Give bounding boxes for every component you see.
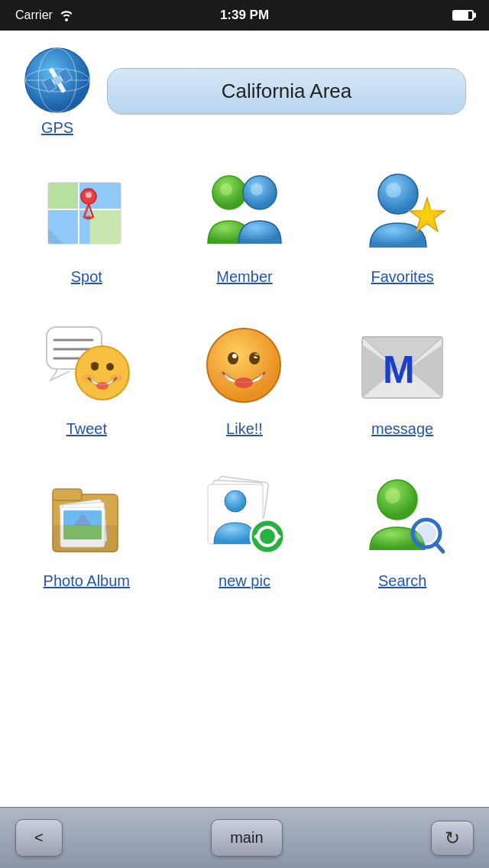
main-content: GPS California Area (0, 31, 489, 807)
search-icon (357, 471, 449, 563)
svg-point-38 (207, 329, 280, 402)
tweet-item[interactable]: Tweet (8, 304, 166, 456)
gps-globe-icon (23, 46, 92, 115)
tweet-icon (40, 319, 132, 411)
svg-point-39 (228, 352, 238, 364)
wifi-icon (59, 9, 74, 21)
search-item[interactable]: Search (323, 456, 481, 608)
svg-point-32 (76, 346, 129, 400)
svg-point-23 (251, 183, 263, 196)
new-pic-label[interactable]: new pic (219, 572, 270, 590)
svg-point-36 (83, 374, 95, 382)
like-label[interactable]: Like!! (226, 420, 263, 438)
svg-rect-60 (53, 525, 118, 552)
favorites-label[interactable]: Favorites (371, 268, 434, 286)
svg-rect-52 (53, 489, 82, 500)
svg-point-44 (215, 371, 230, 381)
main-button[interactable]: main (211, 819, 282, 857)
photo-album-icon (40, 471, 132, 563)
svg-point-21 (220, 183, 232, 196)
svg-point-34 (106, 363, 114, 371)
svg-point-18 (86, 192, 92, 198)
header-row: GPS California Area (8, 46, 481, 144)
like-item[interactable]: Like!! (166, 304, 324, 456)
icon-grid: Spot (8, 152, 481, 608)
gps-container[interactable]: GPS (23, 46, 92, 137)
spot-icon (40, 167, 132, 259)
refresh-button[interactable]: ↻ (431, 821, 474, 856)
svg-rect-10 (48, 183, 79, 209)
member-icon (199, 167, 290, 259)
status-bar: Carrier 1:39 PM (0, 0, 489, 31)
california-area-button[interactable]: California Area (107, 68, 466, 115)
message-label[interactable]: message (371, 420, 433, 438)
search-label[interactable]: Search (378, 572, 426, 590)
tweet-label[interactable]: Tweet (66, 420, 107, 438)
svg-rect-13 (90, 209, 121, 244)
svg-point-64 (225, 491, 246, 512)
message-item[interactable]: M message (323, 304, 481, 456)
photo-album-item[interactable]: Photo Album (8, 456, 166, 608)
time-label: 1:39 PM (220, 8, 269, 22)
back-button[interactable]: < (15, 819, 63, 857)
svg-point-69 (385, 488, 400, 504)
battery-icon (452, 10, 474, 21)
gps-label[interactable]: GPS (41, 119, 73, 137)
spot-item[interactable]: Spot (8, 152, 166, 304)
member-item[interactable]: Member (166, 152, 324, 304)
svg-point-71 (416, 523, 436, 543)
new-pic-item[interactable]: new pic (166, 456, 324, 608)
photo-album-label[interactable]: Photo Album (44, 572, 130, 590)
spot-label[interactable]: Spot (71, 268, 102, 286)
carrier-label: Carrier (15, 8, 53, 22)
svg-line-72 (436, 543, 443, 552)
message-icon: M (357, 319, 449, 411)
like-icon (199, 319, 290, 411)
favorites-icon (357, 167, 449, 259)
bottom-toolbar: < main ↻ (0, 807, 489, 868)
svg-point-40 (249, 352, 260, 364)
new-pic-icon (199, 471, 290, 563)
member-label[interactable]: Member (216, 268, 272, 286)
favorites-item[interactable]: Favorites (323, 152, 481, 304)
svg-text:M: M (383, 348, 415, 391)
svg-point-25 (386, 183, 401, 198)
svg-point-45 (257, 371, 273, 381)
svg-point-35 (96, 382, 108, 390)
svg-point-43 (235, 377, 253, 388)
svg-point-41 (232, 354, 237, 358)
svg-point-37 (110, 374, 122, 382)
svg-point-19 (84, 215, 93, 220)
